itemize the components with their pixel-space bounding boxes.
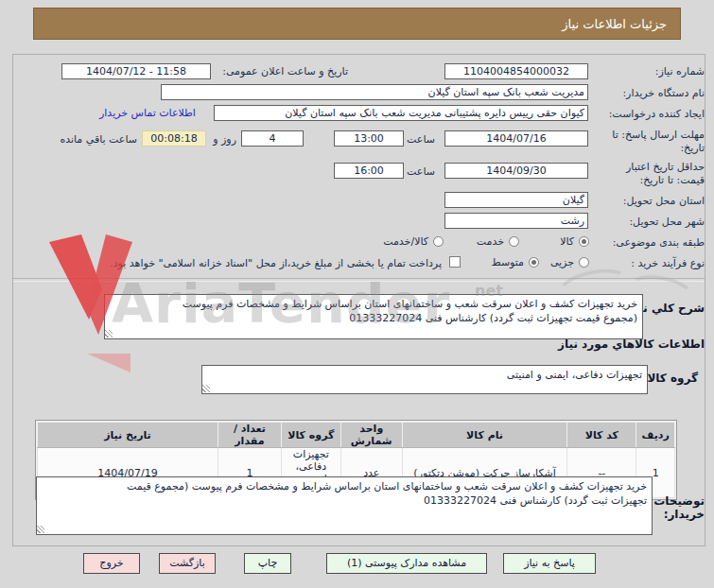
deadline-date-value: 1404/07/16 [486, 132, 546, 145]
radio-goods[interactable]: کالا [560, 235, 589, 248]
radio-medium-label: متوسط [491, 256, 524, 268]
deadline-time-field[interactable]: 13:00 [334, 130, 404, 147]
validity-date-field[interactable]: 1404/09/30 [444, 163, 588, 179]
respond-button[interactable]: پاسخ به نیاز [503, 553, 596, 574]
col-item-name: نام کالا [402, 423, 567, 448]
col-unit: واحد شمارش [340, 423, 402, 448]
goods-table-header-row: ردیف کد کالا نام کالا واحد شمارش گروه کا… [38, 423, 675, 448]
city-label: شهر محل تحویل: [629, 216, 705, 228]
radio-medium[interactable]: متوسط [491, 256, 539, 268]
resize-handle-icon[interactable] [105, 330, 113, 337]
col-group: گروه کالا [281, 423, 340, 448]
creator-field[interactable]: کیوان حقی رییس دایره پشتیبانی مدیریت شعب… [214, 105, 588, 121]
col-row-number: ردیف [636, 423, 675, 448]
process-label: نوع فرآیند خرید : [631, 257, 705, 269]
radio-medium-icon[interactable] [529, 257, 539, 268]
deadline-time-value: 13:00 [354, 132, 384, 145]
announce-field[interactable]: 1404/07/12 - 11:58 [61, 63, 211, 79]
col-quantity: تعداد / مقدار [218, 423, 281, 448]
need-number-field[interactable]: 1104004854000032 [444, 63, 588, 79]
goods-section-header: اطلاعات کالاهاي مورد نیاز [558, 337, 705, 351]
need-details-page: جزئیات اطلاعات نیاز شماره نیاز: 11040048… [0, 0, 714, 588]
radio-service-icon[interactable] [509, 236, 519, 247]
radio-goods-icon[interactable] [579, 236, 589, 247]
radio-goods-label: کالا [560, 235, 574, 248]
validity-date-value: 1404/09/30 [486, 164, 546, 177]
radio-service-label: خدمت [477, 235, 504, 248]
resize-handle-icon[interactable] [37, 526, 44, 533]
buyer-org-field[interactable]: مدیریت شعب بانک سپه استان گیلان [161, 84, 588, 100]
resize-handle-icon[interactable] [202, 385, 210, 392]
buyer-org-label: نام دستگاه خریدار: [622, 87, 705, 99]
description-textarea[interactable]: خرید تجهیزات کشف و اعلان سرقت شعب و ساخت… [104, 294, 643, 339]
radio-service[interactable]: خدمت [477, 235, 519, 248]
countdown-value: 00:08:18 [150, 132, 197, 145]
remaining-label: ساعت باقي مانده [60, 133, 137, 146]
need-number-value: 1104004854000032 [463, 65, 569, 78]
days-remaining-value: 4 [270, 132, 276, 145]
radio-goods-service-label: کالا/خدمت [383, 235, 428, 248]
classification-label: طبقه بندی موضوعی: [613, 236, 705, 249]
page-title: جزئیات اطلاعات نیاز [33, 8, 681, 40]
need-number-label: شماره نیاز: [655, 65, 705, 78]
countdown-field: 00:08:18 [142, 130, 206, 147]
announce-value: 1404/07/12 - 11:58 [86, 65, 186, 78]
exit-button[interactable]: خروج [83, 553, 140, 574]
city-field[interactable]: رشت [444, 213, 588, 229]
announce-label: تاریخ و ساعت اعلان عمومی: [222, 65, 348, 78]
back-button[interactable]: بازگشت [159, 553, 216, 574]
notes-label: توضیحات خریدار: [650, 494, 705, 521]
validity-hour-label: ساعت [407, 165, 435, 178]
separator-top [13, 278, 705, 282]
print-button[interactable]: چاپ [244, 553, 291, 574]
goods-group-textarea[interactable]: تجهیزات دفاعی، ایمنی و امنیتی [201, 365, 648, 394]
validity-time-value: 16:00 [354, 164, 384, 177]
treasury-checkbox[interactable] [449, 256, 461, 268]
days-label: روز و [213, 133, 236, 146]
creator-label: ایجاد کننده درخواست: [609, 108, 705, 120]
deadline-label: مهلت ارسال پاسخ: تا تاریخ: [591, 129, 705, 155]
validity-time-field[interactable]: 16:00 [334, 163, 404, 179]
province-label: استان محل تحویل: [623, 195, 705, 207]
radio-partial[interactable]: جزیی [550, 256, 589, 268]
radio-goods-service-icon[interactable] [433, 236, 444, 247]
deadline-date-field[interactable]: 1404/07/16 [444, 130, 588, 147]
col-item-code: کد کالا [567, 423, 636, 448]
col-need-date: تاریخ نیاز [38, 423, 218, 448]
province-field[interactable]: گیلان [444, 192, 588, 208]
notes-textarea[interactable]: خرید تجهیزات کشف و اعلان سرقت شعب و ساخت… [36, 476, 653, 535]
view-docs-button[interactable]: مشاهده مدارک پیوستی (1) [326, 553, 487, 574]
goods-group-label: گروه کالا: [643, 372, 698, 385]
treasury-note: پرداخت تمام یا بخشی از مبلغ خرید،از محل … [110, 257, 442, 269]
days-remaining-field[interactable]: 4 [241, 130, 304, 147]
radio-partial-label: جزیی [550, 256, 574, 268]
deadline-hour-label: ساعت [407, 133, 435, 146]
radio-partial-icon[interactable] [579, 257, 589, 268]
buyer-contact-link[interactable]: اطلاعات تماس خریدار [99, 107, 196, 119]
validity-label: حداقل تاریخ اعتبار قیمت: تا تاریخ: [599, 161, 705, 187]
radio-goods-service[interactable]: کالا/خدمت [383, 235, 444, 248]
